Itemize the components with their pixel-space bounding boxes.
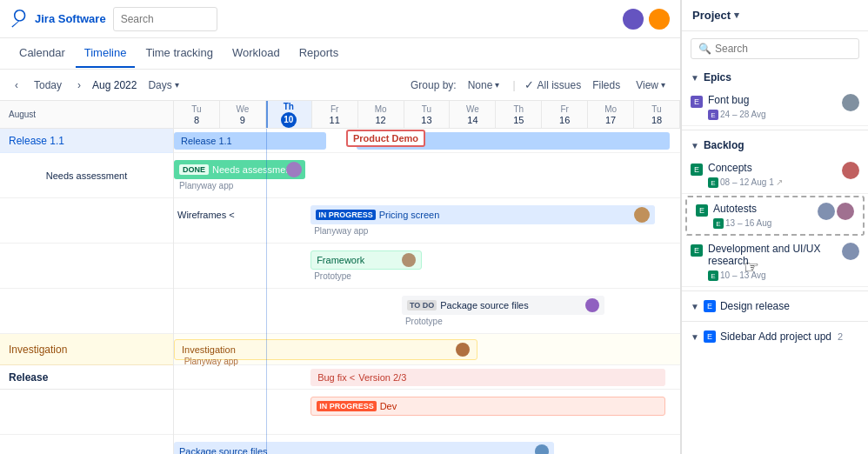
day-col-18: Tu 18 [634, 101, 680, 128]
investigation-avatar [456, 343, 470, 357]
right-panel-header: Project ▾ [682, 0, 868, 31]
top-actions [623, 9, 670, 30]
today-line [266, 101, 268, 128]
view-chevron-icon: ▾ [661, 80, 665, 90]
group-by-none[interactable]: None ▾ [464, 77, 504, 94]
package1-bar[interactable]: TO DO Package source files [402, 296, 604, 315]
none-chevron-icon: ▾ [495, 80, 499, 90]
tab-calendar[interactable]: Calendar [10, 39, 74, 68]
toolbar-right: Group by: None ▾ | ✓ All issues Fileds V… [411, 77, 670, 94]
backlog-section-header[interactable]: ▼ Backlog [682, 134, 868, 157]
day-col-10: Th 10 [266, 101, 312, 128]
release-bar-row: Bug fix < Version 2/3 [174, 365, 680, 390]
gantt-grid: Tu 8 We 9 Th 10 Fr 11 [174, 101, 680, 454]
bugfix-row: IN PROGRESS Dev [174, 390, 680, 435]
needs-app-label: Planyway app [174, 181, 233, 190]
right-panel: Project ▾ 🔍 ▼ Epics E Font bug E 24 – 28… [681, 0, 868, 454]
days-dropdown[interactable]: Days ▾ [144, 77, 183, 94]
project-chevron-icon: ▾ [734, 10, 739, 21]
user-avatar[interactable] [623, 9, 644, 30]
dev-research-icon: E [691, 244, 703, 257]
autotests-meta-icon: E [713, 218, 724, 229]
epics-section-header[interactable]: ▼ Epics [682, 66, 868, 89]
wireframes-label: Wireframes < [174, 205, 305, 224]
concepts-icon: E [691, 164, 703, 176]
tab-workload[interactable]: Workload [224, 39, 289, 68]
bugfix-bar[interactable]: IN PROGRESS Dev [310, 397, 664, 416]
tab-reports[interactable]: Reports [290, 39, 348, 68]
pricing-app-label: Planyway app [310, 226, 368, 236]
all-issues-btn[interactable]: ✓ All issues [524, 78, 582, 91]
next-btn[interactable]: › [73, 77, 85, 94]
today-btn[interactable]: Today [30, 77, 66, 94]
epic-user-avatar [842, 94, 859, 111]
backlog-collapse-icon: ▼ [691, 141, 699, 150]
package2-avatar [535, 444, 549, 454]
framework-bar[interactable]: Framework [310, 250, 422, 270]
autotests-icon: E [696, 204, 708, 217]
backlog-dev-research[interactable]: E Development and UI/UX research E 10 – … [682, 237, 868, 287]
month-label: August [9, 110, 36, 119]
bugfix-in-progress-badge: IN PROGRESS [317, 401, 377, 411]
release-main-label: Release [0, 365, 173, 390]
search-icon: 🔍 [698, 43, 711, 55]
package2-row: Package source files Planyway [174, 435, 680, 454]
day-col-14: We 14 [450, 101, 496, 128]
pricing-bar[interactable]: IN PROGRESS Pricing screen [310, 205, 655, 224]
package1-row: TO DO Package source files Prototype [174, 289, 680, 334]
divider-3 [682, 321, 868, 322]
timeline-body: August Release 1.1 Needs assessment [0, 101, 680, 454]
design-release-item[interactable]: ▼ E Design release [682, 295, 868, 317]
package1-avatar [585, 298, 599, 312]
package1-sub: Prototype [402, 317, 443, 326]
sidebar-collapse-icon: ▼ [691, 332, 699, 342]
jira-logo-icon [10, 10, 30, 29]
day-col-16: Fr 16 [542, 101, 588, 128]
needs-avatar [286, 162, 302, 177]
design-release-icon: E [704, 300, 716, 312]
fields-btn[interactable]: Fileds [588, 77, 624, 94]
framework-row [0, 244, 173, 289]
toolbar: ‹ Today › Aug 2022 Days ▾ Group by: None… [0, 70, 680, 101]
release1-bar[interactable]: Release 1.1 [174, 132, 326, 150]
package2-row [0, 435, 173, 454]
day-col-8: Tu 8 [174, 101, 220, 128]
backlog-concepts[interactable]: E Concepts E 08 – 12 Aug 1 ↗ [682, 157, 868, 194]
sidebar-add-project-item[interactable]: ▼ E Sidebar Add project upd 2 [682, 325, 868, 348]
top-search-input[interactable] [113, 7, 217, 31]
autotests-item[interactable]: E Autotests E 13 – 16 Aug [685, 196, 865, 236]
wireframes-pricing-row: IN PROGRESS Pricing screen Planyway app … [174, 198, 680, 244]
dev-research-avatar [842, 243, 859, 260]
day-col-15: Th 15 [496, 101, 542, 128]
tab-time-tracking[interactable]: Time tracking [137, 39, 222, 68]
framework-row: Framework Prototype [174, 244, 680, 289]
prev-btn[interactable]: ‹ [10, 77, 23, 94]
release1-label[interactable]: Release 1.1 [0, 129, 173, 153]
epics-collapse-icon: ▼ [691, 73, 699, 83]
divider-2 [682, 290, 868, 291]
framework-avatar [402, 253, 416, 267]
epic-font-bug[interactable]: E Font bug E 24 – 28 Avg [682, 89, 868, 126]
days-header: Tu 8 We 9 Th 10 Fr 11 [174, 101, 680, 129]
logo: Jira Software [10, 10, 106, 29]
days-chevron-icon: ▾ [175, 80, 179, 90]
product-demo-popup: Product Demo [346, 130, 425, 147]
package2-bar[interactable]: Package source files [174, 442, 554, 454]
bugfix-release-bar[interactable]: Bug fix < Version 2/3 [310, 369, 664, 386]
autotests-avatar1 [818, 203, 835, 220]
today-badge: 10 [281, 112, 297, 128]
concepts-avatar [842, 162, 859, 179]
view-btn[interactable]: View ▾ [631, 77, 670, 94]
epic-meta-icon: E [708, 110, 718, 120]
day-col-12: Mo 12 [358, 101, 404, 128]
sidebar-add-icon: E [704, 330, 716, 343]
needs-row: DONE Needs assessment Planyway app [174, 153, 680, 198]
epic-icon: E [691, 96, 703, 108]
tab-timeline[interactable]: Timeline [76, 39, 136, 68]
right-search-input[interactable] [715, 43, 851, 55]
nav-tabs: Calendar Timeline Time tracking Workload… [0, 38, 680, 70]
settings-avatar[interactable] [649, 9, 670, 30]
gantt-rows-container: Release 1.1 Release 1.2 Product Demo [174, 129, 680, 454]
release1-row: Release 1.1 Release 1.2 Product Demo [174, 129, 680, 153]
needs-assessment-row: Needs assessment [0, 153, 173, 198]
